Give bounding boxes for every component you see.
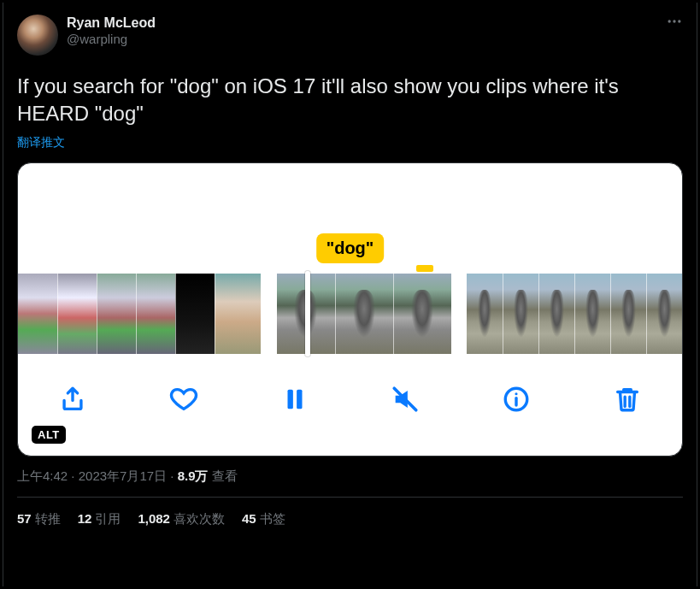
- author-handle: @warpling: [67, 32, 156, 48]
- bookmarks-stat[interactable]: 45书签: [242, 511, 285, 527]
- trash-icon: [613, 385, 642, 414]
- info-icon: [502, 385, 531, 414]
- svg-rect-4: [297, 389, 302, 409]
- views-label: 查看: [212, 468, 238, 483]
- more-options-button[interactable]: [666, 13, 683, 34]
- video-frame: [18, 274, 57, 354]
- video-frame: [538, 274, 574, 354]
- video-frame: [393, 274, 451, 354]
- speaker-muted-icon: [391, 385, 420, 414]
- svg-rect-3: [287, 389, 292, 409]
- avatar[interactable]: [17, 15, 58, 56]
- video-frame: [610, 274, 646, 354]
- video-timeline[interactable]: [18, 274, 682, 354]
- search-term-tooltip: "dog": [316, 233, 385, 263]
- video-frame: [335, 274, 393, 354]
- delete-button[interactable]: [609, 380, 646, 418]
- engagement-stats: 57转推 12引用 1,082喜欢次数 45书签: [17, 511, 683, 527]
- svg-point-1: [673, 20, 675, 22]
- clip-group: [277, 274, 451, 354]
- views-count: 8.9万: [178, 468, 209, 483]
- like-button[interactable]: [165, 380, 203, 418]
- svg-point-8: [515, 392, 518, 395]
- pause-icon: [280, 385, 309, 414]
- svg-point-0: [668, 20, 671, 22]
- translate-link[interactable]: 翻译推文: [17, 135, 65, 150]
- tweet-time[interactable]: 上午4:42: [17, 468, 68, 483]
- quotes-stat[interactable]: 12引用: [78, 511, 121, 527]
- divider: [17, 497, 683, 498]
- video-frame: [503, 274, 538, 354]
- share-button[interactable]: [54, 380, 91, 418]
- video-frame: [175, 274, 215, 354]
- author-name-block[interactable]: Ryan McLeod @warpling: [67, 15, 156, 48]
- heart-icon: [169, 385, 198, 414]
- video-frame: [215, 274, 261, 354]
- media-attachment[interactable]: "dog": [17, 162, 683, 456]
- mute-button[interactable]: [386, 380, 424, 418]
- likes-stat[interactable]: 1,082喜欢次数: [138, 511, 225, 527]
- media-toolbar: [18, 372, 682, 427]
- video-frame: [136, 274, 175, 354]
- info-button[interactable]: [497, 380, 535, 418]
- clip-group: [18, 274, 261, 354]
- tweet-card: Ryan McLeod @warpling If you search for …: [3, 3, 697, 586]
- pause-button[interactable]: [276, 380, 314, 418]
- video-frame: [574, 274, 610, 354]
- video-frame: [97, 274, 136, 354]
- tweet-date[interactable]: 2023年7月17日: [79, 468, 167, 483]
- video-frame: [646, 274, 682, 354]
- tweet-meta: 上午4:42 · 2023年7月17日 · 8.9万 查看: [17, 468, 683, 485]
- clip-group: [467, 274, 682, 354]
- share-icon: [58, 385, 87, 414]
- clip-gap: [451, 274, 468, 354]
- alt-badge[interactable]: ALT: [32, 426, 66, 444]
- clip-gap: [261, 274, 277, 354]
- tweet-text: If you search for "dog" on iOS 17 it'll …: [17, 73, 683, 128]
- tooltip-marker: [416, 265, 433, 272]
- tweet-header: Ryan McLeod @warpling: [17, 15, 683, 56]
- timeline-playhead[interactable]: [305, 271, 310, 356]
- video-frame: [57, 274, 97, 354]
- author-display-name: Ryan McLeod: [67, 15, 156, 32]
- retweets-stat[interactable]: 57转推: [17, 511, 61, 527]
- svg-point-2: [678, 20, 680, 22]
- video-frame: [467, 274, 503, 354]
